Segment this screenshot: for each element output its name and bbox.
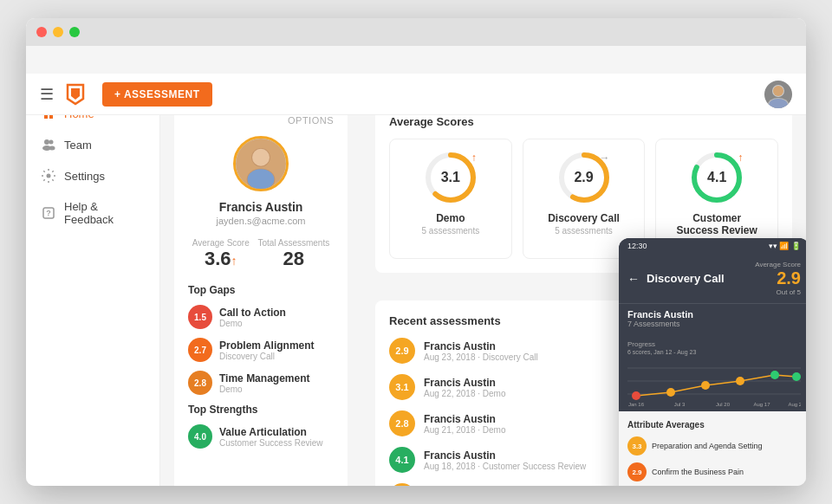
assess-score-2: 3.1 xyxy=(389,374,415,400)
options-label: OPTIONS xyxy=(188,115,334,126)
sidebar-help-label: Help & Feedback xyxy=(64,200,144,226)
attr-score-2: 2.9 xyxy=(627,462,647,481)
sidebar-item-team[interactable]: Team xyxy=(26,129,159,160)
donut-value-csr: 4.1 xyxy=(707,170,726,185)
mobile-body: Attribute Averages 3.3 Preparation and A… xyxy=(619,411,806,486)
assess-name-3: Francis Austin xyxy=(424,413,506,425)
donut-arrow-demo: ↑ xyxy=(471,152,477,164)
help-icon: ? xyxy=(42,206,55,220)
gap-sub-2: Discovery Call xyxy=(219,352,315,361)
assess-meta-4: Aug 18, 2018 · Customer Success Review xyxy=(424,462,586,471)
svg-point-10 xyxy=(47,174,51,178)
total-label: Total Assessments xyxy=(257,238,329,248)
top-gaps-title: Top Gaps xyxy=(188,284,334,296)
attr-title: Attribute Averages xyxy=(627,420,801,430)
back-icon[interactable]: ← xyxy=(627,272,640,286)
app-logo xyxy=(62,81,88,107)
strength-score-1: 4.0 xyxy=(188,424,212,449)
donut-value-discovery: 2.9 xyxy=(574,170,593,185)
mobile-panel: 12:30 ▾▾ 📶 🔋 ← Discovery Call Average Sc… xyxy=(619,238,806,486)
score-card-label-discovery: Discovery Call xyxy=(541,212,627,224)
svg-point-31 xyxy=(770,371,779,379)
assess-score-1: 2.9 xyxy=(389,338,415,364)
profile-card: OPTIONS xyxy=(174,101,348,486)
gap-score-2: 2.7 xyxy=(188,338,212,362)
strength-sub-1: Customer Success Review xyxy=(219,438,322,448)
scores-header: Average Scores xyxy=(389,115,778,128)
sidebar-team-label: Team xyxy=(64,139,92,152)
mobile-titlebar: ← Discovery Call Average Score 2.9 Out o… xyxy=(619,254,806,304)
user-avatar-top[interactable] xyxy=(764,81,792,108)
mobile-person-sub: 7 Assessments xyxy=(627,320,801,328)
svg-text:?: ? xyxy=(46,209,51,217)
topbar: ☰ + ASSESSMENT xyxy=(26,74,806,115)
svg-point-9 xyxy=(49,146,55,151)
mobile-avg-label: Average Score xyxy=(755,261,801,268)
assess-name-5: Francis Austin xyxy=(424,486,538,487)
svg-text:Jul 20: Jul 20 xyxy=(716,402,731,407)
gap-sub-3: Demo xyxy=(219,384,309,394)
team-icon xyxy=(42,138,55,152)
sidebar-item-help[interactable]: ? Help & Feedback xyxy=(26,191,159,235)
gap-name-3: Time Management xyxy=(219,372,309,384)
svg-point-27 xyxy=(632,391,640,400)
assess-score-3: 2.8 xyxy=(389,410,415,436)
chart-label: Progress 6 scores, Jan 12 - Aug 23 xyxy=(627,340,801,356)
score-card-sub-discovery: 5 assessments xyxy=(541,226,627,236)
mobile-avg-value: 2.9 xyxy=(755,268,801,288)
maximize-dot[interactable] xyxy=(69,27,80,37)
total-value: 28 xyxy=(257,248,329,270)
assess-meta-3: Aug 21, 2018 · Demo xyxy=(424,425,506,435)
close-dot[interactable] xyxy=(36,27,47,37)
score-card-demo: 3.1 ↑ Demo 5 assessments xyxy=(389,139,512,259)
mobile-chart: Progress 6 scores, Jan 12 - Aug 23 xyxy=(619,333,806,411)
gap-name-2: Problem Alignment xyxy=(219,339,315,352)
minimize-dot[interactable] xyxy=(53,27,63,37)
hamburger-icon[interactable]: ☰ xyxy=(40,85,54,104)
profile-avatar xyxy=(233,136,289,191)
profile-email: jayden.s@acme.com xyxy=(188,216,334,226)
assess-name-4: Francis Austin xyxy=(424,449,586,462)
attr-score-1: 3.3 xyxy=(627,436,647,456)
gaps-list: 1.5 Call to Action Demo 2.7 Problem Alig… xyxy=(188,305,334,395)
donut-discovery: 2.9 → xyxy=(556,150,612,205)
assess-score-4: 4.1 xyxy=(389,447,415,473)
svg-point-32 xyxy=(792,372,801,381)
svg-text:Aug 23: Aug 23 xyxy=(788,402,801,407)
main-content: OPTIONS xyxy=(160,87,806,486)
attr-name-1: Preparation and Agenda Setting xyxy=(652,442,763,450)
assess-meta-1: Aug 23, 2018 · Discovery Call xyxy=(424,352,538,362)
gap-item-3: 2.8 Time Management Demo xyxy=(188,371,334,395)
avg-score-label: Average Score xyxy=(192,238,250,248)
gap-score-1: 1.5 xyxy=(188,305,212,329)
attr-item-1: 3.3 Preparation and Agenda Setting xyxy=(627,436,801,456)
gap-sub-1: Demo xyxy=(219,319,286,328)
assess-name-1: Francis Austin xyxy=(424,340,538,352)
profile-name: Francis Austin xyxy=(188,200,334,214)
browser-window: ☰ + ASSESSMENT xyxy=(26,18,806,486)
svg-point-29 xyxy=(701,381,710,390)
below-topbar: Home Team xyxy=(26,87,806,486)
svg-text:Aug 17: Aug 17 xyxy=(753,402,770,407)
svg-point-30 xyxy=(736,377,744,385)
mobile-statusbar: 12:30 ▾▾ 📶 🔋 xyxy=(619,238,806,254)
score-card-label-demo: Demo xyxy=(407,212,494,224)
score-card-sub-demo: 5 assessments xyxy=(407,226,494,236)
sidebar-item-settings[interactable]: Settings xyxy=(26,160,159,191)
gap-item-2: 2.7 Problem Alignment Discovery Call xyxy=(188,338,334,362)
donut-arrow-discovery: → xyxy=(600,152,610,164)
svg-point-4 xyxy=(773,86,783,96)
svg-text:Jan 16: Jan 16 xyxy=(628,402,645,407)
strength-item: 4.0 Value Articulation Customer Success … xyxy=(188,424,334,449)
sidebar: Home Team xyxy=(26,87,160,486)
assess-name-2: Francis Austin xyxy=(424,377,506,389)
svg-text:Jul 3: Jul 3 xyxy=(674,402,686,407)
donut-csr: 4.1 ↑ xyxy=(689,150,744,205)
attr-name-2: Confirm the Business Pain xyxy=(652,468,744,476)
gap-name-1: Call to Action xyxy=(219,307,286,319)
svg-point-16 xyxy=(252,149,270,166)
svg-point-6 xyxy=(44,139,49,145)
svg-point-28 xyxy=(666,388,675,397)
strengths-list: 4.0 Value Articulation Customer Success … xyxy=(188,424,334,449)
assessment-button[interactable]: + ASSESSMENT xyxy=(102,82,212,107)
